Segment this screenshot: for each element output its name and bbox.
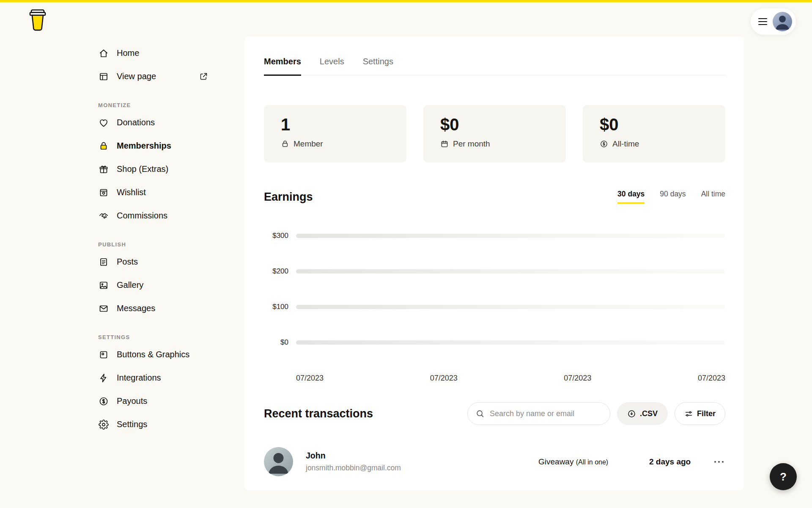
x-axis-tick: 07/2023	[430, 374, 458, 383]
chart-gridline-bar	[296, 340, 725, 345]
heart-icon	[98, 118, 109, 128]
stat-value: 1	[281, 115, 406, 134]
sidebar-item-label: Messages	[117, 304, 155, 313]
sidebar-item-gallery[interactable]: Gallery	[98, 273, 225, 297]
earnings-title: Earnings	[264, 190, 313, 204]
stat-card-per-month: $0 Per month	[423, 105, 566, 163]
chart-gridline-bar	[296, 234, 725, 238]
y-axis-tick: $200	[264, 267, 288, 276]
stat-cards: 1 Member $0 Per month $0	[264, 105, 725, 163]
x-axis-tick: 07/2023	[296, 374, 324, 383]
ellipsis-icon	[713, 460, 724, 464]
sidebar: Home View page MONETIZE Donations Member…	[98, 41, 225, 436]
stat-label: All-time	[612, 139, 639, 149]
sidebar-item-commissions[interactable]: Commissions	[98, 204, 225, 227]
sidebar-item-view-page[interactable]: View page	[98, 65, 225, 88]
memberships-panel: Members Levels Settings 1 Member $0 Per …	[244, 36, 744, 490]
stat-card-all-time: $0 All-time	[583, 105, 725, 163]
row-menu-button[interactable]	[713, 457, 725, 467]
x-axis-tick: 07/2023	[564, 374, 591, 383]
sidebar-section-publish: PUBLISH	[98, 238, 225, 250]
stat-card-members: 1 Member	[264, 105, 406, 163]
sidebar-item-label: Integrations	[117, 373, 161, 383]
dollar-circle-icon	[98, 396, 109, 406]
sidebar-item-messages[interactable]: Messages	[98, 297, 225, 320]
export-csv-button[interactable]: .CSV	[617, 402, 668, 425]
search-input[interactable]	[490, 409, 591, 418]
coffee-cup-logo[interactable]	[28, 8, 47, 32]
sidebar-item-label: Memberships	[117, 141, 171, 151]
coffee-cup-icon	[28, 8, 47, 32]
sidebar-item-integrations[interactable]: Integrations	[98, 366, 225, 389]
sidebar-item-label: Payouts	[117, 396, 147, 406]
stat-label: Per month	[453, 139, 490, 149]
filter-30-days[interactable]: 30 days	[617, 190, 645, 204]
sidebar-item-label: Home	[117, 48, 139, 58]
y-axis-tick: $300	[264, 232, 288, 240]
gift-icon	[98, 164, 109, 174]
sidebar-section-settings: SETTINGS	[98, 331, 225, 343]
help-button[interactable]: ?	[770, 463, 797, 490]
calendar-icon	[440, 140, 449, 148]
sidebar-section-monetize: MONETIZE	[98, 99, 225, 111]
sidebar-item-label: Gallery	[117, 280, 143, 290]
member-email: jonsmith.mobbin@gmail.com	[306, 464, 401, 472]
chart-gridline-bar	[296, 305, 725, 309]
stat-label: Member	[294, 139, 323, 149]
filter-label: Filter	[697, 409, 716, 418]
member-name: John	[306, 451, 401, 461]
hamburger-icon	[758, 18, 767, 25]
filter-all-time[interactable]: All time	[701, 190, 725, 204]
envelope-icon	[98, 304, 109, 314]
sidebar-item-memberships[interactable]: Memberships	[98, 134, 225, 157]
sidebar-item-donations[interactable]: Donations	[98, 111, 225, 134]
filter-button[interactable]: Filter	[675, 402, 725, 425]
earnings-range-filters: 30 days 90 days All time	[617, 190, 725, 204]
question-mark-label: ?	[780, 470, 787, 483]
sidebar-item-home[interactable]: Home	[98, 41, 225, 65]
sidebar-item-wishlist[interactable]: Wishlist	[98, 181, 225, 204]
transaction-time: 2 days ago	[649, 457, 713, 467]
tab-levels[interactable]: Levels	[320, 57, 344, 76]
sliders-icon	[684, 409, 693, 418]
home-icon	[98, 48, 109, 58]
sidebar-item-label: View page	[117, 72, 156, 81]
sidebar-item-label: Wishlist	[117, 188, 146, 197]
sidebar-item-payouts[interactable]: Payouts	[98, 389, 225, 413]
sidebar-item-label: Donations	[117, 118, 155, 127]
x-axis-tick: 07/2023	[698, 374, 725, 383]
transaction-search[interactable]	[467, 402, 610, 425]
gear-icon	[98, 420, 109, 430]
chart-gridline-bar	[296, 269, 725, 273]
sidebar-item-label: Buttons & Graphics	[117, 350, 189, 359]
sidebar-item-shop-extras[interactable]: Shop (Extras)	[98, 157, 225, 181]
sidebar-item-label: Posts	[117, 257, 138, 267]
search-icon	[475, 409, 485, 418]
browser-icon	[98, 72, 109, 82]
lightning-icon	[98, 373, 109, 383]
image-icon	[98, 280, 109, 290]
document-icon	[98, 257, 109, 267]
y-axis-tick: $0	[264, 338, 288, 347]
dollar-circle-icon	[600, 140, 608, 148]
lock-icon	[98, 141, 109, 151]
frame-icon	[98, 350, 109, 360]
account-menu[interactable]	[751, 8, 796, 35]
export-csv-label: .CSV	[640, 409, 658, 418]
lock-icon	[281, 140, 289, 148]
sidebar-item-buttons-graphics[interactable]: Buttons & Graphics	[98, 343, 225, 366]
handshake-icon	[98, 211, 109, 221]
sidebar-item-label: Settings	[117, 420, 147, 429]
tab-members[interactable]: Members	[264, 57, 301, 76]
transaction-item-name: Giveaway	[538, 457, 573, 466]
user-avatar	[773, 12, 792, 31]
tab-bar: Members Levels Settings	[264, 57, 725, 75]
download-icon	[627, 409, 636, 418]
brand-accent-strip	[0, 0, 812, 2]
sidebar-item-label: Commissions	[117, 211, 167, 221]
earnings-chart: $300 $200 $100 $0 07/2023 07/2023 07/202…	[264, 232, 725, 383]
sidebar-item-posts[interactable]: Posts	[98, 250, 225, 273]
sidebar-item-settings[interactable]: Settings	[98, 413, 225, 436]
tab-settings[interactable]: Settings	[363, 57, 393, 76]
filter-90-days[interactable]: 90 days	[660, 190, 686, 204]
